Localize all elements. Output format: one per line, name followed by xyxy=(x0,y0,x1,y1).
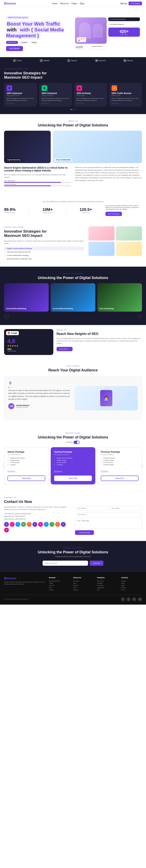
test-next-button[interactable]: → xyxy=(14,411,19,416)
footer-link-about-1[interactable]: Our Story xyxy=(73,580,94,582)
footer-link-contact-2[interactable]: Sales xyxy=(121,583,142,584)
contact-avatar-6: F xyxy=(32,522,37,527)
footer-link-browse-5[interactable]: Contact xyxy=(49,589,70,591)
seo-card-3-learn-more[interactable]: Learn More → xyxy=(77,103,105,104)
brands-bar: F Fiverr ⎇ GitHub □ Square ◈ Discord M M… xyxy=(0,57,146,64)
hero-stat-desc: Projects Done xyxy=(110,34,138,35)
social-twitter-icon[interactable]: t xyxy=(126,597,130,601)
price-starter-period: /mo xyxy=(12,470,16,473)
social-facebook-icon[interactable]: f xyxy=(121,597,125,601)
social-instagram-icon[interactable]: ig xyxy=(138,597,142,601)
footer-link-browse-4[interactable]: Blog xyxy=(49,587,70,588)
footer-link-features-5[interactable]: API xyxy=(97,589,118,591)
pricing-toggle-button[interactable] xyxy=(74,441,80,444)
social-linkedin-icon[interactable]: in xyxy=(132,597,136,601)
seo-card-4-learn-more[interactable]: Learn More → xyxy=(112,103,140,104)
footer-link-contact-3[interactable]: Legal xyxy=(121,585,142,586)
solutions-left-title: Search Engine Optimization (SEO) is a cr… xyxy=(4,166,71,172)
seo-card-1-learn-more[interactable]: Learn More → xyxy=(6,103,35,104)
stats-cta-area: Your quote is a great investment, but it… xyxy=(106,205,142,216)
navbar: Blossom Home About Us Pages Blog Join Us… xyxy=(0,0,146,7)
brand-label-fiverr: Fiverr xyxy=(17,60,22,62)
stats-send-request-button[interactable]: Send A Request xyxy=(106,212,122,216)
rating-num: 4,8 xyxy=(7,338,50,344)
seo-learn-more-button[interactable]: Learn More → xyxy=(57,347,72,351)
brand-discord: ◈ Discord xyxy=(95,59,106,62)
footer-link-about-4[interactable]: Press xyxy=(73,587,94,588)
footer-link-features-4[interactable]: Integrations xyxy=(97,587,118,588)
nav-link-home[interactable]: Home xyxy=(52,2,58,5)
footer-link-features-2[interactable]: Analytics xyxy=(97,583,118,584)
hero-section: Digital Marketing Agency Boost Your Web … xyxy=(0,7,146,57)
dot-1[interactable] xyxy=(70,109,72,110)
footer-link-features-3[interactable]: Reporting xyxy=(97,585,118,586)
hero-float-card-3: Conversion Rate Optimization xyxy=(108,18,140,21)
bb-subscribe-button[interactable]: Subscribe xyxy=(90,561,104,566)
hero-right-cards: Conversion Rate Optimization Social Medi… xyxy=(108,18,140,37)
seo-title-line2: Maximum SEO Impact xyxy=(4,75,42,80)
price-card-premium: Premium Package For large businesses Unl… xyxy=(97,447,142,485)
nav-get-started-button[interactable]: Get Started xyxy=(128,2,142,5)
seo-card-1-sub: High-Quality Content xyxy=(6,95,35,96)
test-prev-button[interactable]: ← xyxy=(8,411,13,416)
footer-link-about-5[interactable]: Partners xyxy=(73,589,94,591)
nav-link-about[interactable]: About Us xyxy=(60,2,68,5)
footer-link-contact-1[interactable]: Support xyxy=(121,580,142,582)
progress-1-bar xyxy=(4,182,71,183)
test-author: AR Amelia Roberts Marketing Manager xyxy=(8,403,71,409)
seo-card-3: ◆ 100% AI-Ready AI Integration More of G… xyxy=(74,83,107,106)
footer-link-contact-4[interactable]: Privacy xyxy=(121,587,142,588)
dark-sol-card-2[interactable]: Social Media Marketing xyxy=(51,283,95,312)
dark-sol-card-3[interactable]: Paid Advertising xyxy=(97,283,142,312)
solutions-section-tag: ABOUT US xyxy=(4,120,142,122)
contact-avatar-3: C xyxy=(16,522,20,527)
test-quote: We were in need of help and we found the… xyxy=(8,389,71,401)
bb-email-input[interactable] xyxy=(42,561,88,566)
footer-link-features-1[interactable]: SEO Tools xyxy=(97,580,118,582)
hero-badge-3[interactable]: Social xyxy=(30,41,38,44)
footer-link-about-2[interactable]: Team xyxy=(73,583,94,584)
seo-card-2: ✚ 100% Dedicated Strategic Planning More… xyxy=(39,83,72,106)
price-optimal-btn[interactable]: Select Plan xyxy=(54,475,92,481)
seo-section: SOCIAL MARKETING TIPS Innovative Strateg… xyxy=(0,64,146,114)
dark-nav-prev[interactable]: ← xyxy=(4,314,9,319)
dot-3[interactable] xyxy=(75,109,76,110)
form-phone-input[interactable] xyxy=(75,512,142,517)
footer-link-browse-2[interactable]: Pages xyxy=(49,583,70,584)
seo-card-2-learn-more[interactable]: Learn More → xyxy=(41,103,70,104)
price-premium-btn[interactable]: Select Plan xyxy=(101,475,139,481)
footer-link-about-3[interactable]: Careers xyxy=(73,585,94,586)
nav-join[interactable]: Join Us xyxy=(120,2,127,5)
seo-right: ABOUT US Reach New Heights of SEO SEO an… xyxy=(57,329,142,355)
price-starter-btn[interactable]: Select Plan xyxy=(7,475,45,481)
dark-nav-next[interactable]: → xyxy=(137,314,142,319)
seo-card-3-sub: AI Integration xyxy=(77,95,105,96)
hero-badge-2[interactable]: Content xyxy=(20,41,29,44)
strat-title-line2: Maximum SEO Impact xyxy=(4,234,42,238)
hero-get-started-button[interactable]: Get Started xyxy=(6,46,23,51)
nav-link-blog[interactable]: Blog xyxy=(80,2,84,5)
seo-card-2-sub: Strategic Planning xyxy=(41,95,70,96)
form-submit-button[interactable]: Send Message xyxy=(75,530,94,535)
stat-rating-desc: Satisfaction Rate xyxy=(4,212,16,213)
dot-2[interactable] xyxy=(73,109,74,110)
footer-link-browse-1[interactable]: Amplify TypePad xyxy=(49,580,70,582)
dark-sol-card-1[interactable]: Social Media Marketing xyxy=(4,283,49,312)
progress-1: SEO Optimization xyxy=(4,180,71,183)
hero-badge-1[interactable]: SEO & PPC xyxy=(6,41,18,44)
hero-float-card-4: Social Media Management xyxy=(108,22,140,26)
contact-left: By optimizing the content on a website, … xyxy=(4,506,71,535)
stat-awards: 120.5+ Awards Won xyxy=(80,207,92,213)
footer-link-browse-3[interactable]: Services xyxy=(49,585,70,586)
form-message-input[interactable] xyxy=(75,519,142,529)
pricing-prev-button[interactable]: ← xyxy=(2,463,7,468)
form-email-input[interactable] xyxy=(109,506,142,510)
stat-awards-val: 120.5+ xyxy=(80,207,92,212)
price-optimal-feat-1: Multiple domain websites xyxy=(54,457,92,459)
form-name-input[interactable] xyxy=(75,506,108,510)
footer-link-contact-5[interactable]: Terms xyxy=(121,589,142,591)
pricing-next-button[interactable]: → xyxy=(139,463,144,468)
price-card-starter-sub: For small businesses xyxy=(7,454,45,455)
strat-list-item-2: Cybersecurity Enhancement Plan xyxy=(4,250,84,254)
nav-link-pages[interactable]: Pages xyxy=(71,2,77,5)
